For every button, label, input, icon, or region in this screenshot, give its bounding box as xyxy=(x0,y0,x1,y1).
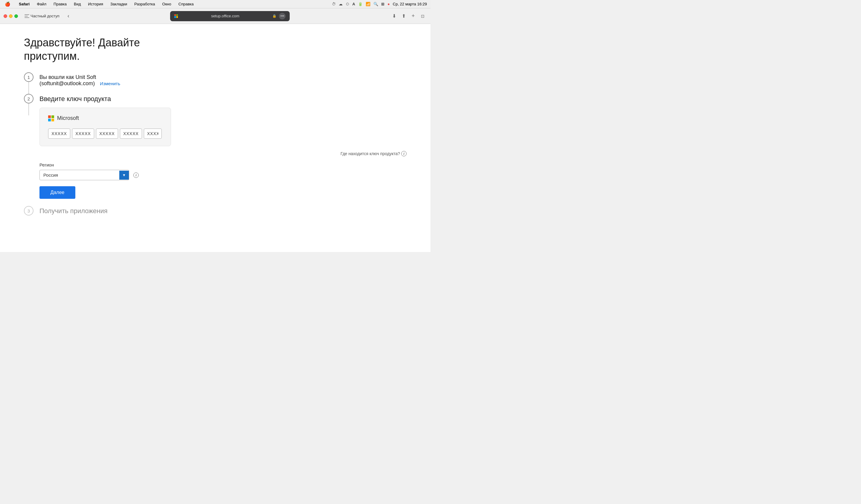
share-button[interactable]: ⬆ xyxy=(399,12,408,20)
browser-toolbar: Частный доступ ‹ setup.office.com 🔒 ••• … xyxy=(0,8,430,24)
download-button[interactable]: ⬇ xyxy=(390,12,398,20)
battery-icon: 🔋 xyxy=(358,2,363,6)
ms-brand-name: Microsoft xyxy=(57,115,79,121)
step-2: 2 Введите ключ продукта xyxy=(24,94,407,206)
key-field-1[interactable] xyxy=(48,128,70,139)
region-select-wrapper: Россия ▼ i xyxy=(40,170,407,180)
ms-favicon xyxy=(174,14,178,18)
input-source-icon: A xyxy=(353,2,355,6)
new-tab-button[interactable]: + xyxy=(409,12,418,20)
step-1-left: 1 xyxy=(24,72,33,94)
back-button[interactable]: ‹ xyxy=(64,12,73,20)
url-text: setup.office.com xyxy=(180,14,270,18)
key-field-3[interactable] xyxy=(96,128,118,139)
sidebar-toggle[interactable]: Частный доступ xyxy=(22,13,62,19)
step-3-title: Получить приложения xyxy=(40,207,407,215)
page-options-button[interactable]: ••• xyxy=(279,13,286,19)
step-2-title: Введите ключ продукта xyxy=(40,95,407,103)
menu-bookmarks[interactable]: Закладки xyxy=(109,1,128,7)
step-2-number: 2 xyxy=(24,94,33,104)
step-1-number: 1 xyxy=(24,72,33,82)
menu-history[interactable]: История xyxy=(87,1,104,7)
notification-icon: ● xyxy=(387,2,390,6)
page-content: Здравствуйте! Давайте приступим. 1 Вы во… xyxy=(0,24,430,252)
time-machine-icon: ⏲ xyxy=(346,2,350,6)
control-center-icon[interactable]: ⊞ xyxy=(381,2,384,6)
menu-edit[interactable]: Правка xyxy=(52,1,68,7)
ms-logo-row: Microsoft xyxy=(48,115,162,121)
menu-bar-right: ⏱ ☁ ⏲ A 🔋 📶 🔍 ⊞ ● Ср, 22 марта 16:29 xyxy=(332,2,427,6)
next-button[interactable]: Далее xyxy=(40,186,75,199)
cloud-icon: ☁ xyxy=(339,2,343,6)
toolbar-right: ⬇ ⬆ + ⊡ xyxy=(390,12,427,20)
address-bar[interactable]: setup.office.com 🔒 ••• xyxy=(170,11,290,21)
region-label: Регион xyxy=(40,162,407,167)
menu-bar: 🍎 Safari Файл Правка Вид История Закладк… xyxy=(0,0,430,8)
key-field-5[interactable] xyxy=(144,128,162,139)
region-section: Регион Россия ▼ i xyxy=(40,162,407,180)
apple-menu[interactable]: 🍎 xyxy=(3,1,12,8)
step-2-left: 2 xyxy=(24,94,33,115)
region-help-icon[interactable]: i xyxy=(133,173,139,178)
wifi-icon: 📶 xyxy=(366,2,370,6)
steps-container: 1 Вы вошли как Unit Soft (softunit@outlo… xyxy=(24,72,407,222)
menu-help[interactable]: Справка xyxy=(177,1,195,7)
step-3-left: 3 xyxy=(24,206,33,216)
address-bar-container: setup.office.com 🔒 ••• xyxy=(75,11,385,21)
sidebar-icon xyxy=(25,14,29,18)
browser-window: Частный доступ ‹ setup.office.com 🔒 ••• … xyxy=(0,8,430,252)
maximize-button[interactable] xyxy=(14,14,18,18)
step-3-number: 3 xyxy=(24,206,33,216)
step-1-content: Вы вошли как Unit Soft (softunit@outlook… xyxy=(40,72,407,94)
ms-logo xyxy=(48,115,54,121)
tabs-overview-button[interactable]: ⊡ xyxy=(419,12,427,20)
step-2-line xyxy=(28,104,29,115)
step-1-line xyxy=(28,82,29,94)
step-3-content: Получить приложения xyxy=(40,206,407,222)
step-2-content: Введите ключ продукта Microsoft xyxy=(40,94,407,206)
page-title: Здравствуйте! Давайте приступим. xyxy=(24,36,407,63)
private-label: Частный доступ xyxy=(30,14,59,18)
menu-safari[interactable]: Safari xyxy=(18,1,31,7)
close-button[interactable] xyxy=(3,14,7,18)
menu-view[interactable]: Вид xyxy=(73,1,82,7)
key-inputs-row xyxy=(48,128,162,139)
product-key-card: Microsoft xyxy=(40,108,171,146)
menu-develop[interactable]: Разработка xyxy=(133,1,156,7)
screentime-icon: ⏱ xyxy=(332,2,336,6)
key-help-icon[interactable]: i xyxy=(401,151,407,156)
region-value: Россия xyxy=(40,170,119,180)
region-dropdown-arrow[interactable]: ▼ xyxy=(119,171,129,180)
key-field-4[interactable] xyxy=(120,128,142,139)
menu-window[interactable]: Окно xyxy=(161,1,173,7)
region-select-container[interactable]: Россия ▼ xyxy=(40,170,129,180)
key-hint-text: Где находится ключ продукта? xyxy=(341,151,400,156)
step-1-text: Вы вошли как Unit Soft (softunit@outlook… xyxy=(40,74,407,87)
step-3: 3 Получить приложения xyxy=(24,206,407,222)
menu-file[interactable]: Файл xyxy=(36,1,47,7)
key-hint-row: Где находится ключ продукта? i xyxy=(40,151,407,156)
traffic-lights xyxy=(3,14,18,18)
change-account-link[interactable]: Изменить xyxy=(100,81,120,86)
step-1: 1 Вы вошли как Unit Soft (softunit@outlo… xyxy=(24,72,407,94)
search-menu-icon[interactable]: 🔍 xyxy=(373,2,378,6)
key-field-2[interactable] xyxy=(72,128,94,139)
minimize-button[interactable] xyxy=(9,14,13,18)
lock-icon: 🔒 xyxy=(272,14,276,18)
datetime-display: Ср, 22 марта 16:29 xyxy=(393,2,427,6)
